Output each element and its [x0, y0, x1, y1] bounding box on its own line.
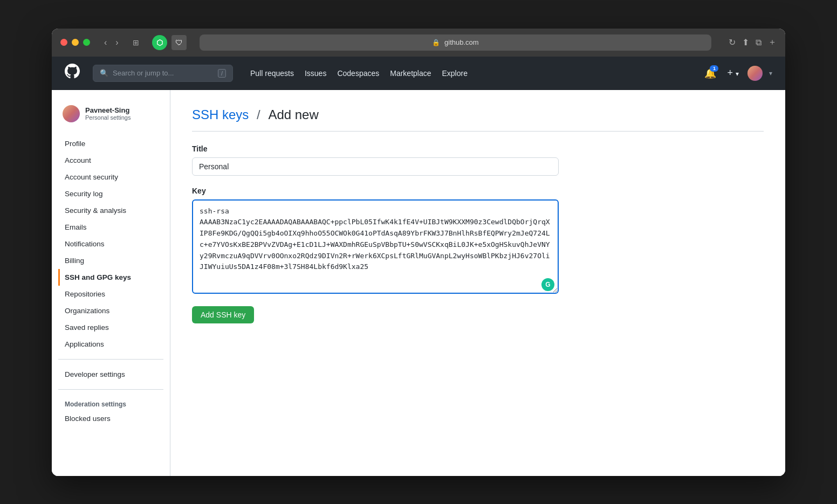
nav-marketplace[interactable]: Marketplace — [386, 66, 435, 81]
sidebar-item-account[interactable]: Account — [58, 152, 163, 169]
form-group-key: Key ssh-rsa AAAAB3NzaC1yc2EAAAADAQABAAAB… — [192, 187, 559, 295]
sidebar-item-profile[interactable]: Profile — [58, 135, 163, 152]
slash-badge: / — [218, 69, 226, 78]
sidebar-main-section: Profile Account Account security Securit… — [58, 135, 163, 353]
search-bar[interactable]: 🔍 Search or jump to... / — [93, 65, 233, 82]
add-ssh-key-button[interactable]: Add SSH key — [192, 306, 254, 323]
url-text: github.com — [444, 38, 479, 46]
nav-codespaces[interactable]: Codespaces — [333, 66, 383, 81]
sidebar-item-organizations[interactable]: Organizations — [58, 302, 163, 319]
sidebar-developer-section: Developer settings — [58, 366, 163, 383]
sidebar-avatar — [63, 105, 80, 122]
nav-explore[interactable]: Explore — [438, 66, 472, 81]
grammarly-icon: G — [541, 278, 554, 291]
create-button[interactable]: + ▾ — [725, 65, 741, 81]
user-info: Pavneet-Sing Personal settings — [85, 106, 131, 121]
nav-links: Pull requests Issues Codespaces Marketpl… — [246, 66, 472, 81]
sidebar-username: Pavneet-Sing — [85, 106, 131, 114]
sidebar-moderation-title: Moderation settings — [58, 396, 163, 410]
sidebar-item-ssh-gpg-keys[interactable]: SSH and GPG keys — [58, 269, 163, 286]
forward-button[interactable]: › — [112, 37, 121, 49]
sidebar-divider-1 — [58, 359, 163, 360]
form-group-title: Title — [192, 144, 559, 176]
browser-titlebar: ‹ › ⊞ ⬡ 🛡 🔒 github.com ↻ ⬆ ⧉ ＋ — [52, 29, 785, 57]
sidebar-item-repositories[interactable]: Repositories — [58, 286, 163, 302]
nav-arrows: ‹ › — [101, 37, 122, 49]
sidebar-item-blocked-users[interactable]: Blocked users — [58, 410, 163, 427]
sidebar: Pavneet-Sing Personal settings Profile A… — [52, 90, 170, 476]
sidebar-item-account-security[interactable]: Account security — [58, 169, 163, 185]
page-header: SSH keys / Add new — [192, 107, 764, 132]
close-traffic-light[interactable] — [60, 39, 67, 46]
breadcrumb-current: Add new — [268, 107, 318, 122]
lock-icon: 🔒 — [432, 39, 440, 46]
sidebar-item-emails[interactable]: Emails — [58, 219, 163, 236]
notifications-button[interactable]: 🔔 1 — [702, 65, 718, 81]
github-logo[interactable] — [65, 64, 80, 82]
nav-issues[interactable]: Issues — [300, 66, 331, 81]
toolbar-right: ⬆ ⧉ ＋ — [742, 37, 777, 48]
back-button[interactable]: ‹ — [101, 37, 110, 49]
nav-right: 🔔 1 + ▾ ▾ — [702, 65, 772, 81]
key-label: Key — [192, 187, 559, 195]
notification-badge: 1 — [710, 65, 718, 72]
sidebar-moderation-section: Moderation settings Blocked users — [58, 396, 163, 427]
search-placeholder: Search or jump to... — [113, 69, 174, 77]
sidebar-subtitle: Personal settings — [85, 114, 131, 121]
sidebar-item-notifications[interactable]: Notifications — [58, 236, 163, 252]
address-bar[interactable]: 🔒 github.com — [200, 34, 711, 51]
textarea-wrapper: ssh-rsa AAAAB3NzaC1yc2EAAAADAQABAAABAQC+… — [192, 199, 559, 295]
user-profile: Pavneet-Sing Personal settings — [58, 101, 163, 127]
traffic-lights — [60, 39, 90, 46]
sidebar-item-billing[interactable]: Billing — [58, 252, 163, 269]
breadcrumb-separator: / — [257, 107, 264, 122]
github-navbar: 🔍 Search or jump to... / Pull requests I… — [52, 57, 785, 90]
form-section: Title Key ssh-rsa AAAAB3NzaC1yc2EAAAADAQ… — [192, 144, 559, 323]
extension-icon-green[interactable]: ⬡ — [152, 35, 167, 50]
tab-layout-button[interactable]: ⊞ — [128, 36, 143, 49]
new-tab-button[interactable]: ＋ — [768, 37, 777, 48]
add-tab-button[interactable]: ⧉ — [756, 37, 761, 48]
sidebar-item-applications[interactable]: Applications — [58, 336, 163, 353]
sidebar-item-security-log[interactable]: Security log — [58, 185, 163, 202]
title-label: Title — [192, 144, 559, 153]
breadcrumb-link[interactable]: SSH keys — [192, 107, 249, 122]
sidebar-item-security-analysis[interactable]: Security & analysis — [58, 202, 163, 219]
key-input[interactable]: ssh-rsa AAAAB3NzaC1yc2EAAAADAQABAAABAQC+… — [192, 199, 559, 294]
search-icon: 🔍 — [100, 69, 108, 77]
title-input[interactable] — [192, 157, 559, 176]
sidebar-item-developer-settings[interactable]: Developer settings — [58, 366, 163, 383]
reload-button[interactable]: ↻ — [729, 37, 736, 47]
minimize-traffic-light[interactable] — [72, 39, 79, 46]
content-area: SSH keys / Add new Title Key ssh-rsa AAA… — [170, 90, 785, 476]
nav-pull-requests[interactable]: Pull requests — [246, 66, 298, 81]
maximize-traffic-light[interactable] — [83, 39, 90, 46]
avatar-dropdown-arrow[interactable]: ▾ — [769, 70, 772, 77]
sidebar-item-saved-replies[interactable]: Saved replies — [58, 319, 163, 336]
share-button[interactable]: ⬆ — [742, 37, 749, 48]
main-content: Pavneet-Sing Personal settings Profile A… — [52, 90, 785, 476]
extension-icon-shield[interactable]: 🛡 — [171, 35, 187, 50]
page-title: SSH keys / Add new — [192, 107, 319, 122]
user-avatar-nav[interactable] — [747, 66, 763, 81]
sidebar-divider-2 — [58, 389, 163, 390]
